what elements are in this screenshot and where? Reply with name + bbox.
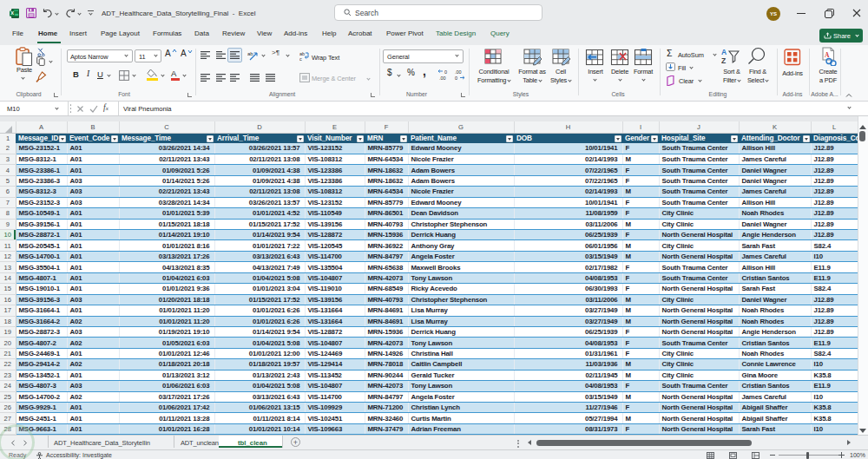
svg-text:.00: .00 [455, 69, 462, 75]
svg-text:Z: Z [721, 56, 726, 65]
svg-text:0: 0 [455, 75, 457, 81]
svg-text:0: 0 [444, 69, 447, 75]
svg-text:A: A [825, 51, 830, 59]
svg-text:.00: .00 [439, 75, 446, 81]
svg-text:ab: ab [247, 51, 253, 56]
svg-text:c: c [299, 56, 302, 62]
svg-text:A: A [721, 48, 727, 56]
svg-text:X: X [10, 10, 14, 16]
